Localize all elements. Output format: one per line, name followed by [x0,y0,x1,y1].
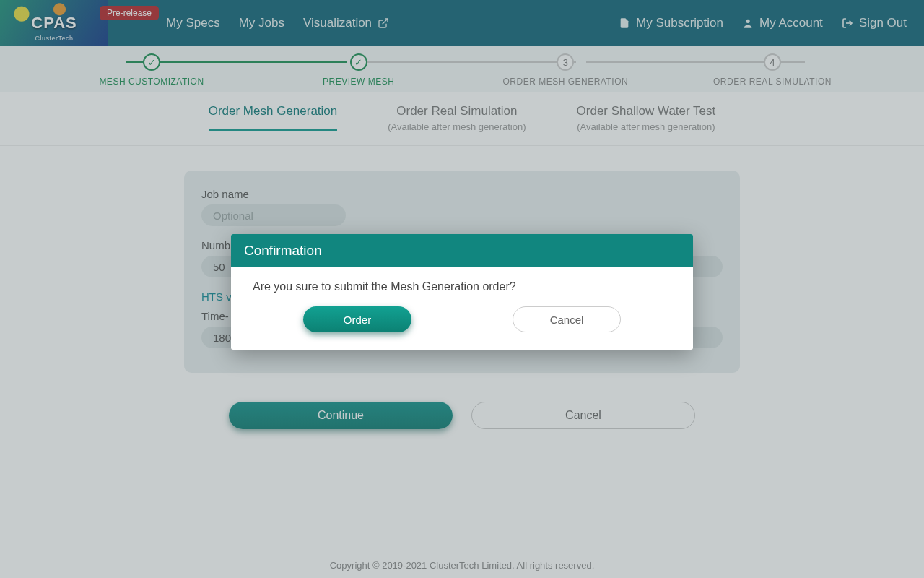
modal-order-button[interactable]: Order [303,306,411,332]
modal-cancel-button[interactable]: Cancel [513,306,621,332]
modal-title: Confirmation [231,234,693,267]
modal-body: Are you sure to submit the Mesh Generati… [231,267,693,350]
confirmation-modal: Confirmation Are you sure to submit the … [231,234,693,350]
modal-buttons: Order Cancel [253,306,671,332]
modal-message: Are you sure to submit the Mesh Generati… [253,280,671,293]
